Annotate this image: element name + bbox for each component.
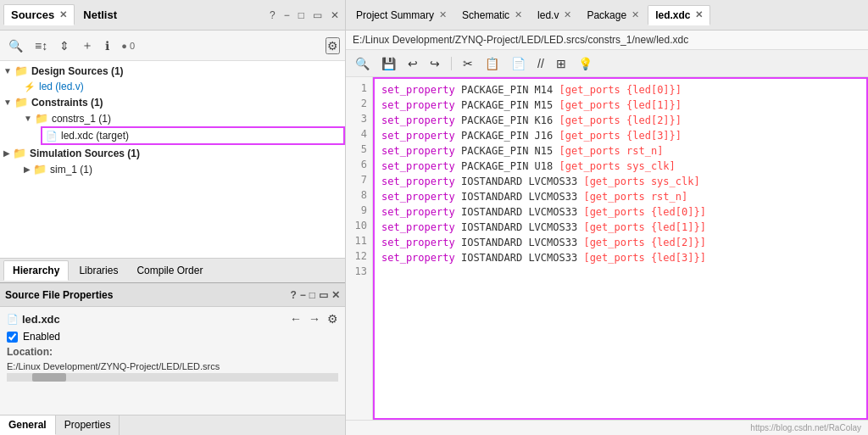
sfp-next-button[interactable]: → bbox=[309, 312, 320, 326]
help-icon[interactable]: ? bbox=[267, 8, 278, 23]
sources-tab-close[interactable]: ✕ bbox=[59, 9, 67, 20]
sfp-scrollbar-thumb[interactable] bbox=[32, 373, 66, 382]
constrs1-folder-icon: 📁 bbox=[35, 112, 48, 125]
add-button[interactable]: ＋ bbox=[78, 36, 97, 55]
line-num-10: 10 bbox=[346, 218, 372, 233]
package-close[interactable]: ✕ bbox=[632, 9, 639, 20]
sfp-scrollbar[interactable] bbox=[7, 373, 338, 382]
right-tab-bar: Project Summary ✕ Schematic ✕ led.v ✕ Pa… bbox=[346, 0, 868, 31]
led-v-tab-label: led.v bbox=[537, 9, 559, 21]
line-num-8: 8 bbox=[346, 187, 372, 203]
table-button[interactable]: ⊞ bbox=[554, 55, 569, 72]
code-line-9: set_property IOSTANDARD LVCMOS33 [get_po… bbox=[381, 204, 860, 220]
line-numbers: 1 2 3 4 5 6 7 8 9 10 11 12 13 bbox=[346, 77, 373, 420]
line-num-1: 1 bbox=[346, 81, 372, 96]
constrs1-item[interactable]: ▼ 📁 constrs_1 (1) bbox=[20, 110, 345, 126]
design-sources-chevron: ▼ bbox=[3, 66, 12, 75]
expand-button[interactable]: ⇕ bbox=[56, 37, 73, 54]
line-num-2: 2 bbox=[346, 96, 372, 111]
sfp-minimize-icon[interactable]: − bbox=[300, 289, 306, 301]
file-path-bar: E:/Linux Development/ZYNQ-Project/LED/LE… bbox=[346, 31, 868, 50]
sfp-filename-row: 📄 led.xdc ← → ⚙ bbox=[7, 312, 338, 326]
close-panel-icon[interactable]: ✕ bbox=[328, 8, 342, 23]
project-summary-close[interactable]: ✕ bbox=[439, 9, 447, 20]
constraints-chevron: ▼ bbox=[3, 98, 12, 107]
copy-button[interactable]: 📋 bbox=[482, 55, 502, 72]
line-num-3: 3 bbox=[346, 111, 372, 126]
design-sources-item[interactable]: ▼ 📁 Design Sources (1) bbox=[0, 63, 345, 79]
constraints-item[interactable]: ▼ 📁 Constraints (1) bbox=[0, 94, 345, 110]
code-line-13 bbox=[381, 265, 860, 281]
tab-netlist[interactable]: Netlist bbox=[76, 5, 124, 25]
save-button[interactable]: 💾 bbox=[379, 55, 398, 72]
sim-sources-folder-icon: 📁 bbox=[13, 147, 26, 159]
sim1-item[interactable]: ▶ 📁 sim_1 (1) bbox=[20, 161, 345, 177]
sim1-chevron: ▶ bbox=[24, 165, 31, 174]
tab-package[interactable]: Package ✕ bbox=[580, 6, 646, 25]
search-button[interactable]: 🔍 bbox=[5, 37, 26, 54]
tab-libraries[interactable]: Libraries bbox=[70, 261, 126, 280]
line-num-11: 11 bbox=[346, 233, 372, 248]
bottom-bar: https://blog.csdn.net/RaColay bbox=[346, 420, 868, 435]
code-line-2: set_property PACKAGE_PIN M15 [get_ports … bbox=[381, 98, 860, 113]
undo-button[interactable]: ↩ bbox=[405, 55, 420, 72]
sfp-enabled-checkbox[interactable] bbox=[7, 332, 18, 343]
sfp-content: 📄 led.xdc ← → ⚙ Enabled Location: E:/Lin… bbox=[0, 307, 345, 415]
sources-tab-label: Sources bbox=[11, 8, 54, 21]
constrs1-chevron: ▼ bbox=[24, 114, 32, 123]
tab-project-summary[interactable]: Project Summary ✕ bbox=[349, 6, 453, 25]
constraints-folder-icon: 📁 bbox=[14, 96, 28, 109]
code-editor[interactable]: set_property PACKAGE_PIN M14 [get_ports … bbox=[373, 77, 868, 420]
tab-led-v[interactable]: led.v ✕ bbox=[531, 6, 578, 25]
settings-button[interactable]: ⚙ bbox=[326, 37, 340, 54]
sources-toolbar: 🔍 ≡↕ ⇕ ＋ ℹ ● 0 ⚙ bbox=[0, 31, 345, 61]
cut-button[interactable]: ✂ bbox=[460, 55, 476, 72]
schematic-close[interactable]: ✕ bbox=[515, 9, 522, 20]
led-xdc-close[interactable]: ✕ bbox=[695, 9, 703, 20]
sfp-file-icon: 📄 bbox=[7, 314, 19, 325]
tab-compile-order[interactable]: Compile Order bbox=[128, 261, 211, 280]
tab-led-xdc[interactable]: led.xdc ✕ bbox=[648, 5, 710, 25]
line-num-12: 12 bbox=[346, 248, 372, 264]
line-num-6: 6 bbox=[346, 157, 372, 172]
sfp-gear-button[interactable]: ⚙ bbox=[327, 312, 338, 326]
code-line-11: set_property IOSTANDARD LVCMOS33 [get_po… bbox=[381, 235, 860, 250]
led-v-close[interactable]: ✕ bbox=[564, 9, 571, 20]
bulb-button[interactable]: 💡 bbox=[576, 55, 595, 72]
tab-schematic[interactable]: Schematic ✕ bbox=[455, 6, 529, 25]
search-editor-button[interactable]: 🔍 bbox=[353, 55, 372, 72]
code-line-5: set_property PACKAGE_PIN N15 [get_ports … bbox=[381, 143, 860, 159]
line-num-9: 9 bbox=[346, 203, 372, 218]
maximize-icon[interactable]: ▭ bbox=[310, 8, 325, 23]
sfp-maximize-icon[interactable]: ▭ bbox=[319, 289, 328, 301]
redo-button[interactable]: ↪ bbox=[427, 55, 442, 72]
xdc-file-item[interactable]: 📄 led.xdc (target) bbox=[41, 126, 345, 145]
filter-button[interactable]: ≡↕ bbox=[31, 37, 51, 54]
sfp-enabled-label: Enabled bbox=[23, 331, 60, 343]
sfp-location-label: Location: bbox=[7, 346, 53, 358]
line-num-7: 7 bbox=[346, 172, 372, 187]
info-button[interactable]: ℹ bbox=[102, 37, 113, 54]
sfp-enabled-row: Enabled bbox=[7, 331, 338, 343]
comment-button[interactable]: // bbox=[535, 55, 547, 72]
sim-sources-item[interactable]: ▶ 📁 Simulation Sources (1) bbox=[0, 145, 345, 161]
sfp-filename-label: led.xdc bbox=[22, 313, 290, 326]
tab-properties[interactable]: Properties bbox=[56, 415, 120, 435]
sfp-bottom-tabs: General Properties bbox=[0, 415, 345, 435]
sfp-close-icon[interactable]: ✕ bbox=[331, 289, 340, 301]
editor-area[interactable]: 1 2 3 4 5 6 7 8 9 10 11 12 13 set_proper… bbox=[346, 77, 868, 420]
restore-icon[interactable]: □ bbox=[296, 8, 307, 23]
sfp-restore-icon[interactable]: □ bbox=[309, 289, 315, 301]
minimize-icon[interactable]: − bbox=[281, 8, 292, 23]
paste-button[interactable]: 📄 bbox=[509, 55, 528, 72]
led-v-item[interactable]: ⚡ led (led.v) bbox=[20, 79, 345, 94]
sfp-help-icon[interactable]: ? bbox=[290, 289, 296, 301]
toolbar-sep1 bbox=[451, 57, 452, 70]
tab-sources[interactable]: Sources ✕ bbox=[3, 4, 75, 25]
sfp-prev-button[interactable]: ← bbox=[290, 312, 302, 326]
sfp-location-value: E:/Linux Development/ZYNQ-Project/LED/LE… bbox=[7, 361, 338, 371]
tab-hierarchy[interactable]: Hierarchy bbox=[3, 260, 69, 281]
sfp-nav-buttons: ← → ⚙ bbox=[290, 312, 338, 326]
tab-general[interactable]: General bbox=[0, 415, 56, 435]
led-v-icon: ⚡ bbox=[24, 81, 36, 92]
